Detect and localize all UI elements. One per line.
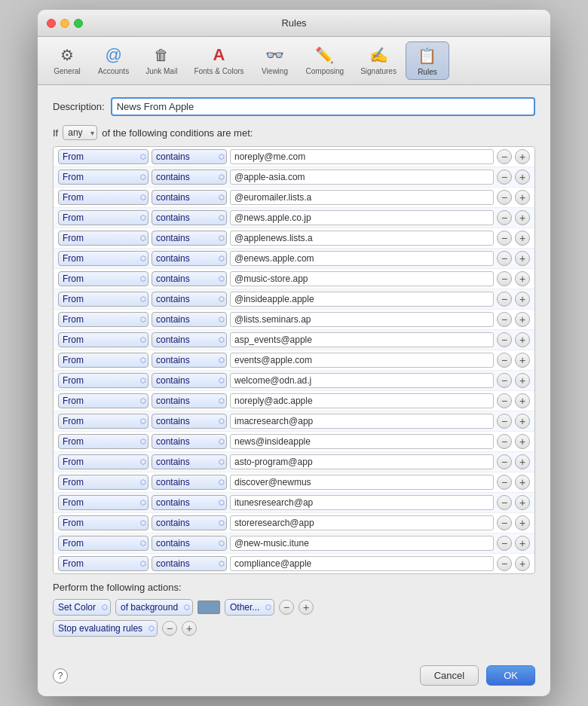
toolbar-item-signatures[interactable]: ✍️ Signatures <box>353 41 404 80</box>
from-select-wrapper-4[interactable]: From <box>58 231 149 246</box>
remove-condition-9-button[interactable]: − <box>497 332 512 347</box>
description-input[interactable] <box>111 97 535 116</box>
add-condition-18-button[interactable]: + <box>515 515 530 530</box>
contains-select-wrapper-4[interactable]: contains <box>152 231 227 246</box>
value-input-9[interactable] <box>230 332 494 347</box>
from-select-wrapper-5[interactable]: From <box>58 251 149 266</box>
from-select-1[interactable]: From <box>58 170 149 185</box>
value-input-2[interactable] <box>230 190 494 205</box>
value-input-20[interactable] <box>230 556 494 571</box>
contains-select-12[interactable]: contains <box>152 393 227 408</box>
value-input-19[interactable] <box>230 536 494 551</box>
contains-select-8[interactable]: contains <box>152 312 227 327</box>
contains-select-17[interactable]: contains <box>152 495 227 510</box>
from-select-wrapper-10[interactable]: From <box>58 353 149 368</box>
remove-condition-16-button[interactable]: − <box>497 475 512 490</box>
contains-select-wrapper-14[interactable]: contains <box>152 434 227 449</box>
value-input-8[interactable] <box>230 312 494 327</box>
value-input-5[interactable] <box>230 251 494 266</box>
from-select-7[interactable]: From <box>58 292 149 307</box>
from-select-wrapper-17[interactable]: From <box>58 495 149 510</box>
from-select-13[interactable]: From <box>58 414 149 429</box>
contains-select-wrapper-11[interactable]: contains <box>152 373 227 388</box>
contains-select-4[interactable]: contains <box>152 231 227 246</box>
remove-condition-13-button[interactable]: − <box>497 414 512 429</box>
action-select-2[interactable]: Stop evaluating rules <box>53 620 158 637</box>
from-select-20[interactable]: From <box>58 556 149 571</box>
contains-select-10[interactable]: contains <box>152 353 227 368</box>
contains-select-20[interactable]: contains <box>152 556 227 571</box>
remove-condition-4-button[interactable]: − <box>497 231 512 246</box>
remove-condition-7-button[interactable]: − <box>497 292 512 307</box>
value-input-10[interactable] <box>230 353 494 368</box>
contains-select-wrapper-3[interactable]: contains <box>152 210 227 225</box>
from-select-wrapper-9[interactable]: From <box>58 332 149 347</box>
contains-select-6[interactable]: contains <box>152 271 227 286</box>
from-select-wrapper-15[interactable]: From <box>58 454 149 469</box>
contains-select-wrapper-17[interactable]: contains <box>152 495 227 510</box>
contains-select-2[interactable]: contains <box>152 190 227 205</box>
add-condition-10-button[interactable]: + <box>515 353 530 368</box>
from-select-6[interactable]: From <box>58 271 149 286</box>
contains-select-wrapper-18[interactable]: contains <box>152 515 227 530</box>
ok-button[interactable]: OK <box>486 665 535 686</box>
any-select[interactable]: any all <box>63 125 97 140</box>
add-action-1-button[interactable]: + <box>299 600 314 615</box>
from-select-wrapper-1[interactable]: From <box>58 170 149 185</box>
add-condition-9-button[interactable]: + <box>515 332 530 347</box>
add-condition-5-button[interactable]: + <box>515 251 530 266</box>
value-input-15[interactable] <box>230 454 494 469</box>
toolbar-item-accounts[interactable]: @ Accounts <box>90 41 136 80</box>
from-select-18[interactable]: From <box>58 515 149 530</box>
other-select[interactable]: Other... <box>225 599 274 616</box>
action-select-wrapper-2[interactable]: Stop evaluating rules <box>53 620 158 637</box>
from-select-wrapper-6[interactable]: From <box>58 271 149 286</box>
minimize-button[interactable] <box>60 19 69 28</box>
value-input-1[interactable] <box>230 170 494 185</box>
from-select-9[interactable]: From <box>58 332 149 347</box>
contains-select-wrapper-6[interactable]: contains <box>152 271 227 286</box>
contains-select-wrapper-0[interactable]: contains <box>152 149 227 164</box>
from-select-8[interactable]: From <box>58 312 149 327</box>
toolbar-item-fonts-colors[interactable]: A Fonts & Colors <box>186 41 251 80</box>
value-input-0[interactable] <box>230 149 494 164</box>
from-select-0[interactable]: From <box>58 149 149 164</box>
contains-select-11[interactable]: contains <box>152 373 227 388</box>
add-condition-16-button[interactable]: + <box>515 475 530 490</box>
contains-select-wrapper-7[interactable]: contains <box>152 292 227 307</box>
contains-select-3[interactable]: contains <box>152 210 227 225</box>
toolbar-item-viewing[interactable]: 👓 Viewing <box>253 41 297 80</box>
contains-select-16[interactable]: contains <box>152 475 227 490</box>
value-input-18[interactable] <box>230 515 494 530</box>
from-select-16[interactable]: From <box>58 475 149 490</box>
contains-select-wrapper-2[interactable]: contains <box>152 190 227 205</box>
from-select-wrapper-20[interactable]: From <box>58 556 149 571</box>
remove-condition-2-button[interactable]: − <box>497 190 512 205</box>
help-button[interactable]: ? <box>53 668 68 683</box>
contains-select-wrapper-13[interactable]: contains <box>152 414 227 429</box>
toolbar-item-general[interactable]: ⚙ General <box>45 41 89 80</box>
toolbar-item-rules[interactable]: 📋 Rules <box>406 41 449 80</box>
from-select-5[interactable]: From <box>58 251 149 266</box>
from-select-wrapper-12[interactable]: From <box>58 393 149 408</box>
remove-condition-5-button[interactable]: − <box>497 251 512 266</box>
add-condition-3-button[interactable]: + <box>515 210 530 225</box>
action-select-1[interactable]: Set Color <box>53 599 111 616</box>
value-input-16[interactable] <box>230 475 494 490</box>
from-select-14[interactable]: From <box>58 434 149 449</box>
from-select-2[interactable]: From <box>58 190 149 205</box>
value-input-6[interactable] <box>230 271 494 286</box>
from-select-4[interactable]: From <box>58 231 149 246</box>
add-condition-13-button[interactable]: + <box>515 414 530 429</box>
from-select-15[interactable]: From <box>58 454 149 469</box>
add-condition-1-button[interactable]: + <box>515 170 530 185</box>
from-select-wrapper-13[interactable]: From <box>58 414 149 429</box>
remove-condition-11-button[interactable]: − <box>497 373 512 388</box>
contains-select-wrapper-9[interactable]: contains <box>152 332 227 347</box>
value-input-12[interactable] <box>230 393 494 408</box>
add-condition-12-button[interactable]: + <box>515 393 530 408</box>
contains-select-18[interactable]: contains <box>152 515 227 530</box>
contains-select-5[interactable]: contains <box>152 251 227 266</box>
contains-select-wrapper-16[interactable]: contains <box>152 475 227 490</box>
toolbar-item-junk-mail[interactable]: 🗑 Junk Mail <box>138 41 185 80</box>
